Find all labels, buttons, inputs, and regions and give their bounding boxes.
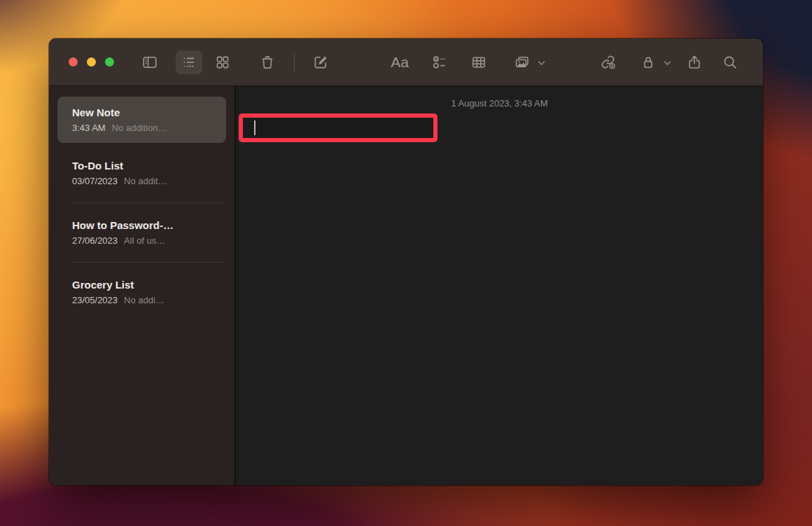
insert-media-button[interactable] [510, 50, 545, 74]
note-list-item[interactable]: How to Password-… 27/06/2023All of us… [57, 209, 226, 256]
toolbar-separator [294, 53, 295, 71]
format-text-button[interactable]: Aa [385, 50, 414, 74]
trash-icon [259, 54, 276, 71]
share-icon [686, 54, 703, 71]
checklist-button[interactable] [427, 50, 452, 74]
note-title: How to Password-… [72, 219, 219, 233]
note-title: New Note [72, 106, 219, 120]
media-icon [514, 54, 531, 71]
note-title: To-Do List [72, 159, 219, 173]
note-preview: No addi… [124, 295, 164, 305]
text-format-icon: Aa [391, 54, 409, 71]
insert-table-button[interactable] [466, 50, 491, 74]
text-caret [254, 120, 255, 135]
note-list-item[interactable]: New Note 3:43 AMNo addition… [57, 97, 226, 143]
notes-list-sidebar: New Note 3:43 AMNo addition… To-Do List … [49, 86, 236, 485]
note-date-heading: 1 August 2023, 3:43 AM [236, 98, 763, 109]
lock-icon [640, 54, 657, 71]
note-date: 27/06/2023 [72, 235, 118, 246]
close-button[interactable] [69, 57, 78, 67]
compose-icon [312, 54, 329, 71]
window-content: New Note 3:43 AMNo addition… To-Do List … [49, 86, 763, 485]
lock-note-button[interactable] [636, 50, 671, 74]
minimize-button[interactable] [87, 57, 96, 67]
toggle-sidebar-button[interactable] [137, 50, 162, 74]
chevron-down-icon [664, 56, 671, 69]
chevron-down-icon [538, 56, 545, 69]
list-divider [72, 262, 225, 263]
note-title: Grocery List [72, 278, 219, 292]
link-add-icon [600, 54, 617, 71]
note-date: 3:43 AM [72, 123, 106, 133]
note-date: 23/05/2023 [72, 295, 118, 305]
note-preview: No addition… [112, 123, 167, 133]
gallery-view-button[interactable] [210, 50, 235, 74]
zoom-button[interactable] [105, 57, 114, 67]
list-divider [72, 202, 225, 203]
note-editor[interactable]: 1 August 2023, 3:43 AM [236, 86, 763, 485]
new-note-button[interactable] [308, 50, 333, 74]
delete-note-button[interactable] [255, 50, 280, 74]
note-list-item[interactable]: To-Do List 03/07/2023No addit… [57, 150, 226, 196]
checklist-icon [431, 54, 448, 71]
notes-window: Aa [49, 39, 763, 485]
note-preview: All of us… [124, 235, 165, 246]
note-date: 03/07/2023 [72, 176, 118, 186]
search-icon [722, 54, 738, 71]
share-button[interactable] [682, 50, 707, 74]
search-button[interactable] [718, 50, 743, 74]
gallery-view-icon [214, 54, 231, 71]
table-icon [470, 54, 487, 71]
sidebar-icon [141, 54, 158, 71]
add-link-button[interactable] [596, 50, 621, 74]
note-preview: No addit… [124, 176, 167, 186]
traffic-lights [69, 57, 114, 67]
toolbar: Aa [49, 39, 763, 86]
annotation-highlight-box [239, 113, 438, 142]
list-view-button[interactable] [176, 50, 202, 74]
note-list-item[interactable]: Grocery List 23/05/2023No addi… [57, 269, 226, 315]
list-view-icon [181, 54, 197, 71]
